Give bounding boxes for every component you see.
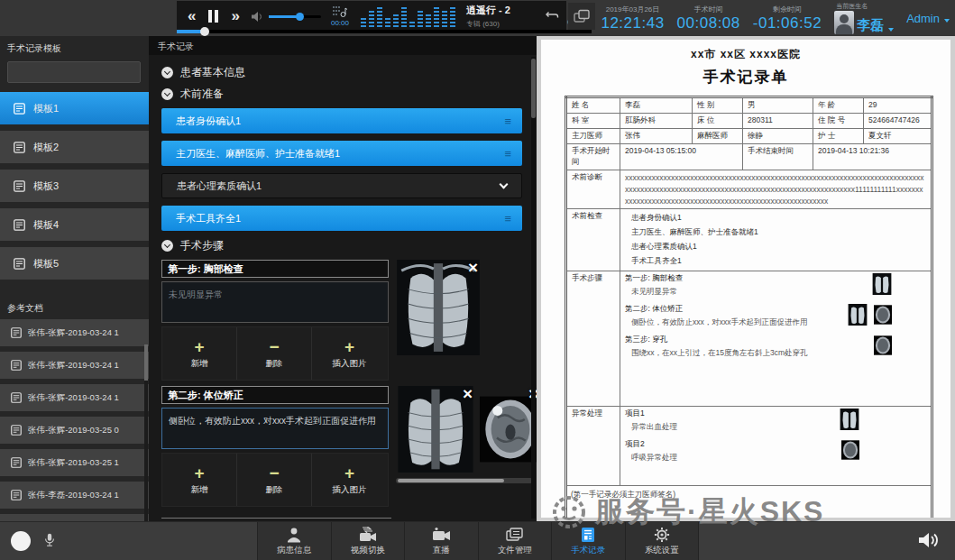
forward-button[interactable]: » [231, 7, 239, 25]
field-value: 徐静 [743, 129, 813, 144]
microphone-button[interactable] [42, 530, 57, 554]
speaker-button[interactable] [917, 531, 939, 553]
surgery-record-panel: 手术记录 患者基本信息 术前准备 患者身份确认1 ≡ 主刀医生、麻醉医师、护士准… [149, 36, 537, 521]
checklist-label: 患者身份确认1 [176, 115, 241, 128]
record-panel-scrollbar[interactable] [531, 57, 536, 519]
templates-section-title: 手术记录模板 [0, 36, 149, 60]
field-label: 手术结束时间 [743, 144, 813, 170]
toolbar-live[interactable]: 直播 [404, 522, 478, 560]
doc-step-2: 第二步: 体位矫正 侧卧位，有效防止xxx，对xxx手术起到正面促进作用 [625, 304, 926, 328]
step2-title-input[interactable]: 第二步: 体位矫正 [161, 386, 389, 404]
document-icon [11, 360, 22, 371]
reference-doc-item-2[interactable]: 张伟-张辉-2019-03-24 1 [0, 352, 149, 379]
brain-mri-thumbnail [874, 335, 892, 356]
step1-attached-image[interactable]: × [396, 260, 481, 359]
repeat-icon[interactable] [544, 10, 560, 23]
checklist-item-identity[interactable]: 患者身份确认1 ≡ [161, 108, 522, 133]
section-pre-op[interactable]: 术前准备 [161, 87, 522, 102]
player-current-time: 00:00 [331, 19, 349, 27]
chest-xray-thumbnail [840, 409, 859, 430]
admin-menu[interactable]: Admin [906, 12, 950, 25]
playback-progress-bar[interactable] [177, 30, 592, 33]
add-step-button[interactable]: + 新增 [162, 327, 237, 380]
insert-image-button[interactable]: + 插入图片 [312, 454, 387, 506]
minus-icon: − [269, 338, 279, 355]
step2-attached-image-1[interactable]: × [396, 386, 475, 476]
checklist-item-tools[interactable]: 手术工具齐全1 ≡ [161, 206, 522, 231]
template-icon [14, 180, 25, 192]
song-title: 逍遥行 - 2 [466, 4, 544, 17]
checklist-item-staff-ready[interactable]: 主刀医生、麻醉医师、护士准备就绪1 ≡ [161, 141, 522, 166]
template-item-4[interactable]: 模板4 [0, 208, 149, 241]
delete-step-button[interactable]: − 删除 [237, 327, 312, 380]
precheck-item: 患者心理素质确认1 [631, 242, 926, 252]
remaining-time-label: 剩余时间 [773, 5, 802, 14]
reference-doc-item-6[interactable]: 张伟-李磊-2019-03-24 1 [0, 482, 149, 509]
template-item-1[interactable]: 模板1 [0, 92, 149, 124]
step2-note-textarea[interactable]: 侧卧位，有效防止xxx，对xxx手术起到正面促进作用 [161, 408, 389, 449]
close-icon[interactable]: × [463, 385, 473, 402]
reference-doc-label: 张伟-张辉-2019-03-25 0 [28, 425, 119, 436]
record-indicator-button[interactable] [11, 531, 31, 551]
reference-doc-item-3[interactable]: 张伟-张辉-2019-03-24 1 [0, 384, 149, 411]
section-steps[interactable]: 手术步骤 [161, 238, 522, 253]
template-search-input[interactable] [7, 61, 141, 83]
field-label: 术前诊断 [566, 170, 620, 209]
field-label: 护 士 [813, 129, 864, 144]
field-value: 张伟 [620, 129, 693, 144]
reference-doc-item-5[interactable]: 张伟-张辉-2019-03-25 1 [0, 449, 149, 476]
signature-row: (第一手记录必须主刀医师签名) 主刀医师签名： [567, 486, 931, 518]
speaker-icon [917, 531, 939, 549]
template-item-5[interactable]: 模板5 [0, 247, 149, 280]
toolbar-video-switch[interactable]: 视频切换 [331, 522, 405, 560]
reference-doc-label: 张伟-张辉-2019-03-24 1 [28, 327, 119, 339]
step1-note-textarea[interactable]: 未见明显异常 [161, 281, 389, 323]
images-horizontal-scrollbar[interactable] [396, 478, 533, 483]
insert-image-button[interactable]: + 插入图片 [312, 327, 387, 380]
record-panel-title: 手术记录 [149, 36, 537, 55]
section-basic-info[interactable]: 患者基本信息 [161, 65, 522, 80]
field-label: 床 位 [693, 114, 743, 129]
checklist-item-psychology[interactable]: 患者心理素质确认1 [161, 173, 522, 198]
template-icon [14, 258, 25, 270]
drag-handle-icon[interactable]: ≡ [504, 212, 511, 225]
template-label: 模板4 [33, 218, 59, 232]
toolbar-system-settings[interactable]: 系统设置 [625, 522, 700, 560]
toolbar-file-manager[interactable]: 文件管理 [478, 522, 552, 560]
record-sheet-table: 姓 名 李磊 性 别 男 年 龄 29 科 室 肛肠外科 床 位 280311 … [565, 96, 933, 518]
top-info-cluster: 2019年03月26日 12:21:43 手术时间 00:08:08 剩余时间 … [601, 2, 950, 34]
document-icon [11, 457, 22, 468]
reference-doc-item-7[interactable]: 张伟-李磊-2019-03-24 1 [0, 514, 149, 521]
field-value: 夏文轩 [864, 129, 932, 144]
surgeon-signature-label: 主刀医师签名： [800, 517, 857, 518]
rewind-button[interactable]: « [188, 7, 196, 25]
volume-slider[interactable] [269, 15, 321, 18]
field-value: 男 [743, 97, 813, 114]
step1-title-input[interactable]: 第一步: 胸部检查 [161, 260, 389, 278]
pause-button[interactable] [208, 10, 218, 23]
record-sheet-page: xx市 xx区 xxxx医院 手术记录单 姓 名 李磊 性 别 男 年 龄 29… [541, 40, 950, 518]
reference-doc-item-1[interactable]: 张伟-张辉-2019-03-24 1 [0, 319, 149, 346]
toolbar-surgery-record[interactable]: 手术记录 [551, 522, 625, 560]
chest-xray-thumbnail [848, 304, 868, 326]
drag-handle-icon[interactable]: ≡ [504, 115, 511, 128]
close-icon[interactable]: × [468, 259, 478, 276]
capture-icon [574, 9, 590, 23]
capture-button[interactable] [568, 3, 595, 30]
add-step-button[interactable]: + 新增 [162, 454, 237, 506]
toolbar-patient-info[interactable]: 病患信息 [257, 522, 331, 560]
sidebar-scrollbar[interactable] [144, 344, 148, 521]
document-icon [11, 425, 22, 436]
template-item-2[interactable]: 模板2 [0, 131, 149, 163]
current-doctor[interactable]: 当前医生名 李磊 [834, 2, 894, 34]
doctor-dropdown-caret [888, 28, 894, 32]
playlist-icon[interactable] [332, 5, 348, 18]
delete-step-button[interactable]: − 删除 [237, 454, 312, 506]
template-item-3[interactable]: 模板3 [0, 170, 149, 202]
record-sheet-title: 手术记录单 [565, 67, 927, 87]
reference-doc-label: 张伟-张辉-2019-03-25 1 [28, 457, 119, 469]
step2-attached-image-2[interactable]: × [480, 386, 537, 476]
field-label: 麻醉医师 [693, 129, 743, 144]
drag-handle-icon[interactable]: ≡ [504, 147, 511, 161]
reference-doc-item-4[interactable]: 张伟-张辉-2019-03-25 0 [0, 417, 149, 444]
